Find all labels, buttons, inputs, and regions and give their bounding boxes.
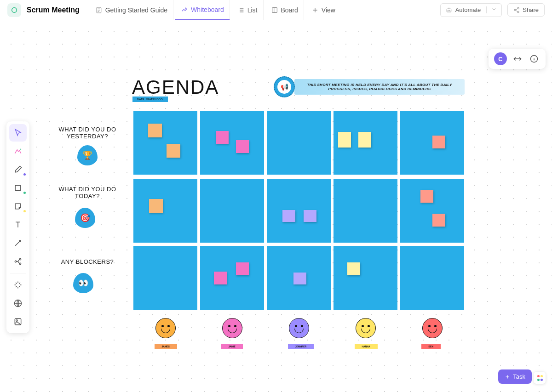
chevron-down-icon	[486, 6, 497, 13]
tab-label: Whiteboard	[191, 6, 224, 13]
tab-board[interactable]: Board	[265, 0, 304, 20]
task-button[interactable]: Task	[498, 369, 532, 384]
sticky-note[interactable]	[358, 132, 371, 148]
tool-generate[interactable]	[9, 142, 27, 160]
sticky-note[interactable]	[347, 262, 360, 275]
svg-point-5	[449, 10, 450, 11]
sticky-note[interactable]	[149, 199, 163, 213]
person-name: HANNA	[355, 344, 378, 349]
megaphone-icon: 📢	[274, 76, 295, 97]
person-name: BEN	[421, 344, 441, 349]
sticky-note[interactable]	[293, 273, 306, 284]
agenda-title: AGENDA	[132, 76, 219, 98]
svg-rect-3	[447, 9, 451, 12]
tab-label: View	[322, 6, 335, 14]
apps-button[interactable]	[534, 372, 546, 384]
person-avatar	[155, 318, 176, 338]
tab-add-view[interactable]: View	[306, 0, 341, 20]
sticky-note[interactable]	[432, 136, 445, 148]
sticky-note[interactable]	[236, 262, 249, 275]
grid-cell[interactable]	[267, 111, 331, 175]
grid-cell[interactable]	[133, 111, 197, 175]
task-label: Task	[513, 373, 525, 380]
tab-label: Getting Started Guide	[105, 6, 167, 14]
header: Scrum Meeting Getting Started Guide Whit…	[0, 0, 552, 20]
grid-cell[interactable]	[133, 246, 197, 310]
svg-point-0	[12, 7, 17, 12]
grid-cell[interactable]	[400, 179, 464, 243]
grid-cell[interactable]	[133, 179, 197, 243]
whiteboard-content[interactable]: AGENDA DATE: MM/DD/YYYY 📢 This short mee…	[0, 20, 552, 392]
sticky-note[interactable]	[167, 144, 180, 158]
tool-pen[interactable]	[9, 161, 27, 178]
tool-sticky[interactable]	[9, 198, 27, 215]
sticky-note[interactable]	[236, 140, 249, 153]
toolbar	[6, 121, 29, 333]
whiteboard-icon	[181, 6, 188, 13]
automate-button[interactable]: Automate	[440, 3, 502, 17]
sticky-note[interactable]	[338, 132, 351, 148]
tool-web[interactable]	[9, 295, 27, 312]
svg-point-8	[518, 11, 519, 13]
svg-point-15	[16, 320, 17, 321]
plus-icon	[311, 6, 319, 14]
tab-getting-started[interactable]: Getting Started Guide	[90, 0, 173, 20]
grid-cell[interactable]	[267, 246, 331, 310]
tool-ai[interactable]	[9, 276, 27, 294]
list-icon	[237, 6, 245, 14]
row-label-blockers: ANY BLOCKERS?	[53, 258, 122, 265]
share-label: Share	[523, 6, 539, 13]
svg-point-4	[448, 10, 448, 11]
doc-page-icon	[95, 6, 103, 14]
float-controls: C	[489, 49, 546, 69]
tool-select[interactable]	[9, 124, 27, 142]
tool-text[interactable]	[9, 216, 27, 233]
share-icon	[513, 7, 520, 13]
fit-width-button[interactable]	[512, 53, 523, 65]
tab-label: Board	[281, 6, 298, 14]
sticky-note[interactable]	[148, 124, 162, 137]
tool-connector[interactable]	[9, 234, 27, 252]
person-name: JENNIFER	[288, 344, 314, 349]
trophy-icon: 🏆	[77, 145, 98, 165]
doc-icon	[7, 3, 21, 17]
robot-icon	[445, 6, 453, 14]
tab-list[interactable]: List	[232, 0, 264, 20]
eyes-icon: 👀	[73, 273, 93, 293]
share-button[interactable]: Share	[507, 3, 545, 17]
sticky-note[interactable]	[304, 210, 316, 222]
info-banner: This short meeting is held every day and…	[294, 79, 465, 95]
canvas[interactable]: C AGENDA DATE: MM/DD/YYYY 📢 This short m…	[0, 20, 552, 392]
avatar[interactable]: C	[494, 52, 507, 65]
person-avatar	[356, 318, 376, 338]
person-avatar	[289, 318, 309, 338]
grid-cell[interactable]	[334, 179, 397, 243]
grid-cell[interactable]	[400, 246, 464, 310]
grid-cell[interactable]	[200, 179, 264, 243]
grid-cell[interactable]	[400, 111, 464, 175]
tab-whiteboard[interactable]: Whiteboard	[175, 0, 230, 20]
sticky-note[interactable]	[432, 214, 445, 227]
board-icon	[271, 6, 278, 14]
grid-cell[interactable]	[200, 111, 264, 175]
sticky-note[interactable]	[420, 190, 433, 203]
svg-point-7	[514, 9, 516, 11]
tool-shape[interactable]	[9, 179, 27, 197]
grid-cell[interactable]	[200, 246, 264, 310]
person-name: JAMES	[155, 344, 177, 349]
sticky-note[interactable]	[214, 272, 227, 284]
sticky-note[interactable]	[216, 131, 229, 144]
grid-cell[interactable]	[334, 111, 397, 175]
tool-image[interactable]	[9, 313, 27, 330]
grid-cell[interactable]	[267, 179, 331, 243]
sticky-note[interactable]	[282, 210, 295, 222]
grid-cell[interactable]	[334, 246, 397, 310]
person-avatar	[222, 318, 242, 338]
info-button[interactable]	[528, 53, 540, 65]
row-label-yesterday: WHAT DID YOU DO YESTERDAY?	[53, 126, 122, 140]
tool-mindmap[interactable]	[9, 253, 27, 270]
svg-rect-9	[15, 185, 21, 191]
row-label-today: WHAT DID YOU DO TODAY?	[53, 186, 122, 199]
target-icon: 🎯	[75, 208, 95, 228]
tab-label: List	[247, 6, 258, 14]
